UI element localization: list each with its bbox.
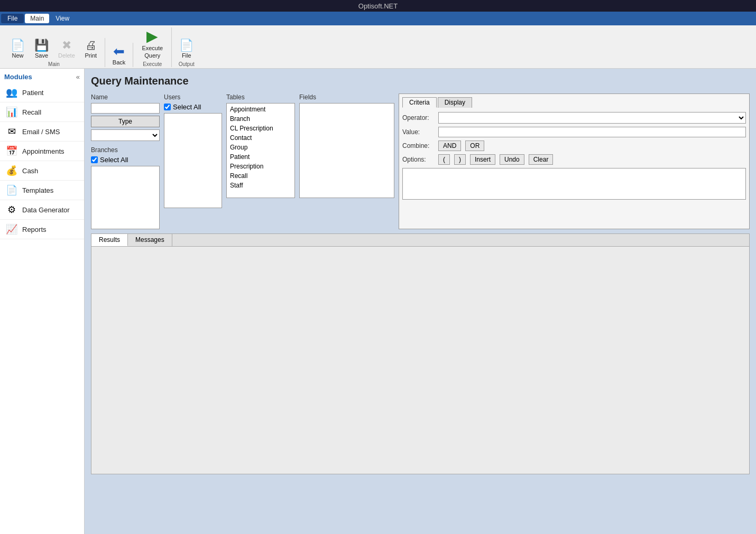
patient-label: Patient: [22, 89, 43, 97]
combine-label: Combine:: [402, 142, 434, 149]
table-item[interactable]: Branch: [228, 114, 293, 124]
table-item[interactable]: Staff: [228, 181, 293, 190]
operator-dropdown[interactable]: [438, 112, 746, 124]
menu-main[interactable]: Main: [25, 14, 49, 23]
sidebar-collapse-button[interactable]: «: [76, 73, 80, 81]
branches-select-all-row: Select All: [91, 156, 160, 164]
open-paren-button[interactable]: (: [438, 154, 450, 165]
criteria-section: Criteria Display Operator: Value:: [399, 93, 750, 229]
tab-display[interactable]: Display: [438, 97, 472, 108]
query-maintenance-panel: Query Maintenance Name Type Branches Sel…: [91, 75, 750, 474]
execute-query-label: Query: [144, 52, 160, 59]
table-item[interactable]: CL Prescription: [228, 124, 293, 133]
sidebar-item-appointments[interactable]: 📅 Appointments: [0, 142, 84, 161]
back-label: Back: [113, 59, 125, 65]
tab-criteria[interactable]: Criteria: [402, 97, 437, 108]
app-title: Optisoft.NET: [358, 2, 398, 10]
menu-view[interactable]: View: [50, 14, 75, 23]
and-button[interactable]: AND: [438, 140, 461, 151]
tables-label: Tables: [226, 93, 295, 101]
results-tabs: Results Messages: [91, 234, 749, 247]
query-form: Name Type Branches Select All Users: [91, 93, 750, 229]
execute-label: Execute: [142, 45, 163, 51]
sidebar-item-recall[interactable]: 📊 Recall: [0, 102, 84, 122]
type-dropdown[interactable]: [91, 129, 160, 141]
clear-button[interactable]: Clear: [529, 154, 554, 165]
delete-icon: ✖: [62, 40, 71, 51]
menu-file[interactable]: File: [1, 14, 24, 23]
sidebar-item-patient[interactable]: 👥 Patient: [0, 83, 84, 102]
sidebar-item-cash[interactable]: 💰 Cash: [0, 161, 84, 181]
users-select-all-label: Select All: [173, 103, 201, 111]
operator-row: Operator:: [402, 112, 746, 124]
combine-row: Combine: AND OR: [402, 140, 746, 151]
tables-section: Tables AppointmentBranchCL PrescriptionC…: [226, 93, 295, 229]
table-item[interactable]: Patient: [228, 152, 293, 162]
templates-icon: 📄: [5, 184, 18, 196]
execute-icon: ▶: [146, 29, 158, 44]
results-content: [91, 247, 749, 474]
cash-label: Cash: [22, 167, 38, 175]
back-button[interactable]: ⬅ Back: [108, 43, 130, 67]
tab-results[interactable]: Results: [91, 234, 128, 246]
new-button[interactable]: 📄 New: [6, 38, 29, 60]
file-output-label: File: [182, 52, 191, 59]
table-item[interactable]: Appointment: [228, 105, 293, 114]
reports-icon: 📈: [5, 223, 18, 235]
new-icon: 📄: [11, 40, 25, 51]
options-row: Options: ( ) Insert Undo Clear: [402, 154, 746, 165]
print-label: Print: [85, 52, 97, 59]
users-select-all-checkbox[interactable]: [164, 104, 171, 110]
table-item[interactable]: Group: [228, 143, 293, 152]
criteria-tabs: Criteria Display: [402, 97, 746, 108]
email-sms-label: Email / SMS: [22, 128, 60, 136]
file-output-icon: 📄: [179, 40, 193, 51]
fields-list[interactable]: [299, 103, 394, 198]
type-button[interactable]: Type: [91, 116, 160, 127]
new-label: New: [12, 52, 23, 59]
content-area: Query Maintenance Name Type Branches Sel…: [85, 69, 756, 534]
sidebar-item-email-sms[interactable]: ✉ Email / SMS: [0, 122, 84, 142]
name-input[interactable]: [91, 103, 160, 114]
file-output-button[interactable]: 📄 File: [175, 38, 198, 60]
print-button[interactable]: 🖨 Print: [80, 38, 102, 60]
templates-label: Templates: [22, 186, 53, 194]
branches-select-all-label: Select All: [100, 156, 128, 164]
sidebar-item-data-generator[interactable]: ⚙ Data Generator: [0, 200, 84, 220]
modules-label: Modules: [4, 73, 32, 81]
sidebar: Modules « 👥 Patient 📊 Recall ✉ Email / S…: [0, 69, 85, 534]
main-group-label: Main: [48, 61, 60, 67]
tab-messages[interactable]: Messages: [128, 234, 172, 246]
insert-button[interactable]: Insert: [470, 154, 495, 165]
value-input[interactable]: [438, 127, 746, 137]
save-icon: 💾: [34, 40, 49, 51]
or-button[interactable]: OR: [465, 140, 484, 151]
undo-button[interactable]: Undo: [500, 154, 524, 165]
branches-list[interactable]: [91, 166, 160, 229]
users-section: Users Select All: [164, 93, 222, 229]
save-button[interactable]: 💾 Save: [30, 38, 53, 60]
results-section: Results Messages: [91, 233, 750, 474]
fields-section: Fields: [299, 93, 394, 229]
table-item[interactable]: Contact: [228, 133, 293, 143]
criteria-panel: Criteria Display Operator: Value:: [399, 93, 750, 229]
value-label: Value:: [402, 128, 434, 136]
output-group-label: Output: [179, 61, 195, 67]
table-item[interactable]: Recall: [228, 171, 293, 181]
appointments-icon: 📅: [5, 145, 18, 157]
back-icon: ⬅: [113, 44, 125, 58]
close-paren-button[interactable]: ): [454, 154, 466, 165]
ribbon-execute-group: ▶ Execute Query Execute: [133, 27, 172, 67]
execute-query-button[interactable]: ▶ Execute Query: [136, 27, 168, 60]
sidebar-item-templates[interactable]: 📄 Templates: [0, 181, 84, 200]
branches-label: Branches: [91, 146, 160, 154]
print-icon: 🖨: [85, 40, 97, 51]
branches-select-all-checkbox[interactable]: [91, 156, 98, 163]
sidebar-item-reports[interactable]: 📈 Reports: [0, 220, 84, 239]
table-item[interactable]: Prescription: [228, 162, 293, 171]
recall-icon: 📊: [5, 106, 18, 118]
delete-button[interactable]: ✖ Delete: [54, 38, 79, 60]
tables-list[interactable]: AppointmentBranchCL PrescriptionContactG…: [226, 103, 295, 198]
save-label: Save: [35, 52, 48, 59]
users-list[interactable]: [164, 113, 222, 208]
